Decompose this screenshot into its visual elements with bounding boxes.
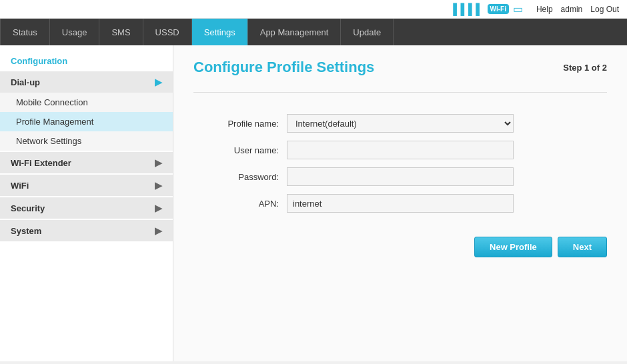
sidebar-item-mobile-connection[interactable]: Mobile Connection xyxy=(0,93,173,112)
sidebar-item-profile-management[interactable]: Profile Management xyxy=(0,112,173,131)
nav-app-management[interactable]: App Management xyxy=(248,19,342,45)
form-row-password: Password: xyxy=(193,167,607,186)
password-input[interactable] xyxy=(287,167,514,186)
main-layout: Configuration Dial-up ▶ Mobile Connectio… xyxy=(0,45,627,361)
form-row-apn: APN: xyxy=(193,194,607,213)
password-cell xyxy=(287,167,607,186)
nav-sms[interactable]: SMS xyxy=(99,19,143,45)
sidebar-group-header-system[interactable]: System ▶ xyxy=(0,220,173,241)
password-label: Password: xyxy=(193,167,287,186)
nav-usage[interactable]: Usage xyxy=(50,19,100,45)
sidebar: Configuration Dial-up ▶ Mobile Connectio… xyxy=(0,45,173,361)
logout-link[interactable]: Log Out xyxy=(590,5,619,14)
form-row-profile-name: Profile name: Internet(default) xyxy=(193,114,607,133)
profile-name-label: Profile name: xyxy=(193,114,287,133)
apn-label: APN: xyxy=(193,194,287,213)
sidebar-group-label-wifi: WiFi xyxy=(11,181,29,191)
main-nav: Status Usage SMS USSD Settings App Manag… xyxy=(0,19,627,45)
profile-name-cell: Internet(default) xyxy=(287,114,607,133)
nav-settings[interactable]: Settings xyxy=(192,19,248,45)
sidebar-group-label-dialup: Dial-up xyxy=(11,77,40,87)
page-title: Configure Profile Settings xyxy=(193,59,374,76)
new-profile-button[interactable]: New Profile xyxy=(474,237,552,257)
status-icons: ▌▌▌▌ Wi-Fi ▭ xyxy=(453,3,523,15)
signal-icon: ▌▌▌▌ xyxy=(453,3,483,15)
next-button[interactable]: Next xyxy=(558,237,607,257)
admin-label: admin xyxy=(561,5,583,14)
sidebar-group-wifi: WiFi ▶ xyxy=(0,175,173,196)
nav-update[interactable]: Update xyxy=(341,19,394,45)
sidebar-group-label-wifi-extender: Wi-Fi Extender xyxy=(11,158,71,168)
form-row-username: User name: xyxy=(193,141,607,159)
sidebar-group-label-system: System xyxy=(11,226,41,236)
sidebar-group-header-wifi-extender[interactable]: Wi-Fi Extender ▶ xyxy=(0,152,173,173)
chevron-right-icon-3: ▶ xyxy=(155,180,162,191)
content-area: Configure Profile Settings Step 1 of 2 P… xyxy=(173,45,627,361)
chevron-right-icon-2: ▶ xyxy=(155,157,162,168)
sidebar-group-header-wifi[interactable]: WiFi ▶ xyxy=(0,175,173,196)
chevron-right-icon-4: ▶ xyxy=(155,203,162,213)
apn-cell xyxy=(287,194,607,213)
title-divider xyxy=(193,92,607,93)
chevron-right-icon: ▶ xyxy=(155,77,162,87)
sidebar-group-header-security[interactable]: Security ▶ xyxy=(0,197,173,219)
battery-icon: ▭ xyxy=(513,3,523,15)
username-cell xyxy=(287,141,607,159)
sidebar-group-security: Security ▶ xyxy=(0,197,173,219)
help-link[interactable]: Help xyxy=(536,5,553,14)
username-input[interactable] xyxy=(287,141,514,159)
sidebar-group-label-security: Security xyxy=(11,203,45,213)
nav-ussd[interactable]: USSD xyxy=(143,19,192,45)
wifi-icon: Wi-Fi xyxy=(488,4,509,14)
chevron-right-icon-5: ▶ xyxy=(155,225,162,236)
profile-name-select[interactable]: Internet(default) xyxy=(287,114,514,133)
sidebar-group-header-dialup[interactable]: Dial-up ▶ xyxy=(0,71,173,93)
sidebar-group-dialup: Dial-up ▶ Mobile Connection Profile Mana… xyxy=(0,71,173,151)
username-label: User name: xyxy=(193,141,287,159)
sidebar-group-wifi-extender: Wi-Fi Extender ▶ xyxy=(0,152,173,173)
button-row: New Profile Next xyxy=(193,237,607,257)
sidebar-section-configuration: Configuration xyxy=(0,51,173,71)
step-indicator: Step 1 of 2 xyxy=(563,63,607,73)
top-bar: ▌▌▌▌ Wi-Fi ▭ Help admin Log Out xyxy=(0,0,627,19)
apn-input[interactable] xyxy=(287,194,514,213)
nav-status[interactable]: Status xyxy=(0,19,50,45)
profile-form: Profile name: Internet(default) User nam… xyxy=(193,106,607,221)
sidebar-group-system: System ▶ xyxy=(0,220,173,241)
content-header: Configure Profile Settings Step 1 of 2 xyxy=(193,59,607,76)
sidebar-item-network-settings[interactable]: Network Settings xyxy=(0,131,173,151)
